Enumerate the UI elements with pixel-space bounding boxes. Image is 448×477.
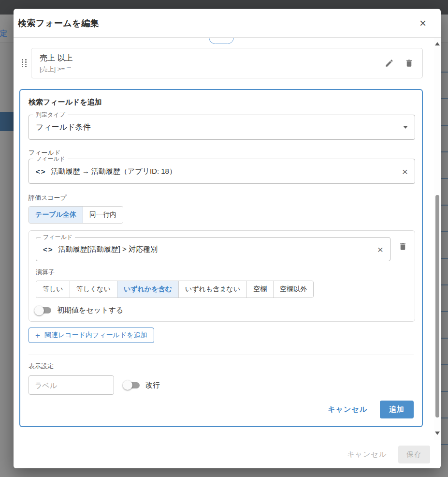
add-related-field-label: 関連レコード内フィールドを追加: [44, 331, 147, 340]
background-selected-row: [0, 112, 14, 131]
footer-cancel-button[interactable]: キャンセル: [347, 450, 387, 459]
insert-add-pill[interactable]: [209, 38, 234, 44]
operator-not-empty[interactable]: 空欄以外: [273, 281, 313, 298]
dialog-body: 売上 以上 [売上] >= "": [14, 38, 441, 440]
chevron-down-icon: [403, 126, 408, 129]
saved-field-title: 売上 以上: [40, 53, 385, 63]
scroll-up-icon[interactable]: [435, 42, 440, 45]
operator-contains-any[interactable]: いずれかを含む: [117, 281, 178, 298]
saved-field-texts: 売上 以上 [売上] >= "": [40, 53, 385, 74]
trash-icon: [405, 62, 414, 69]
saved-field-card: 売上 以上 [売上] >= "": [31, 48, 423, 78]
divider: [29, 355, 414, 355]
saved-field-formula: [売上] >= "": [40, 65, 385, 74]
subfield-row: フィールド <> 活動履歴[活動履歴] > 対応種別 ×: [36, 237, 408, 261]
dialog-title: 検索フォームを編集: [18, 17, 99, 29]
saved-field-row: 売上 以上 [売上] >= "": [22, 48, 441, 78]
label-input[interactable]: [29, 375, 114, 395]
operator-empty[interactable]: 空欄: [246, 281, 273, 298]
display-settings-label: 表示設定: [29, 362, 414, 371]
scope-label: 評価スコープ: [29, 194, 414, 202]
code-brackets-icon: <>: [36, 167, 46, 176]
delete-subfield-button[interactable]: [398, 242, 407, 251]
newline-toggle[interactable]: [124, 382, 140, 388]
operator-contains-none[interactable]: いずれも含まない: [178, 281, 246, 298]
edit-button[interactable]: [385, 59, 394, 68]
add-button[interactable]: 追加: [380, 401, 414, 418]
judgment-type-value: フィールド条件: [36, 122, 91, 133]
display-settings-row: 改行: [29, 375, 414, 395]
subfield-input-value: 活動履歴[活動履歴] > 対応種別: [58, 245, 158, 254]
default-value-toggle-label: 初期値をセットする: [57, 306, 123, 315]
clear-field-icon[interactable]: ×: [402, 166, 408, 177]
cancel-button[interactable]: キャンセル: [328, 405, 367, 414]
background-table-rows: [440, 46, 448, 462]
field-group-label: フィールド: [29, 149, 414, 157]
plus-icon: +: [35, 331, 40, 340]
field-input-label: フィールド: [33, 155, 68, 162]
subfield-input-label: フィールド: [41, 234, 75, 240]
dialog-footer: キャンセル 保存: [14, 440, 441, 468]
newline-toggle-label: 改行: [145, 381, 160, 390]
operator-not-equals[interactable]: 等しくない: [70, 281, 117, 298]
operator-label: 演算子: [36, 268, 408, 277]
code-brackets-icon: <>: [43, 245, 54, 253]
footer-save-button[interactable]: 保存: [398, 446, 430, 463]
clear-subfield-icon[interactable]: ×: [377, 244, 383, 254]
judgment-type-label: 判定タイプ: [33, 111, 68, 118]
background-settings-link: 定: [0, 29, 7, 38]
subfield-box: フィールド <> 活動履歴[活動履歴] > 対応種別 × 演算子: [29, 230, 415, 322]
scrollbar[interactable]: [434, 38, 441, 440]
dialog-header: 検索フォームを編集 ×: [14, 9, 441, 38]
operator-equals[interactable]: 等しい: [36, 281, 70, 298]
scope-option-whole-table[interactable]: テーブル全体: [29, 207, 83, 223]
field-input-value: 活動履歴 → 活動履歴（アプリID: 18）: [51, 167, 176, 176]
section-actions: キャンセル 追加: [29, 401, 414, 418]
scope-toggle-group: テーブル全体 同一行内: [29, 206, 123, 224]
pencil-icon: [385, 62, 394, 69]
default-value-toggle[interactable]: [36, 307, 51, 313]
scrollbar-thumb[interactable]: [435, 195, 439, 417]
subfield-input[interactable]: フィールド <> 活動履歴[活動履歴] > 対応種別 ×: [36, 237, 390, 261]
scope-option-same-row[interactable]: 同一行内: [83, 207, 123, 223]
close-icon[interactable]: ×: [419, 17, 426, 29]
add-search-field-section: 検索フィールドを追加 判定タイプ フィールド条件 フィールド フィールド <> …: [19, 89, 423, 427]
default-value-toggle-row: 初期値をセットする: [36, 306, 408, 315]
scroll-down-icon[interactable]: [435, 432, 440, 435]
screen: 定 検索フォームを編集 × 売上 以上 [売上] >= "": [0, 0, 448, 477]
judgment-type-select[interactable]: 判定タイプ フィールド条件: [29, 115, 415, 140]
add-related-field-button[interactable]: + 関連レコード内フィールドを追加: [29, 328, 154, 343]
field-input[interactable]: フィールド <> 活動履歴 → 活動履歴（アプリID: 18） ×: [29, 159, 415, 184]
edit-search-form-dialog: 検索フォームを編集 × 売上 以上 [売上] >= "": [14, 9, 441, 468]
drag-handle-icon[interactable]: [22, 59, 28, 67]
operator-toggle-group: 等しい 等しくない いずれかを含む いずれも含まない 空欄 空欄以外: [36, 281, 314, 298]
section-heading: 検索フィールドを追加: [29, 98, 414, 107]
delete-button[interactable]: [405, 59, 414, 68]
trash-icon: [398, 245, 407, 253]
